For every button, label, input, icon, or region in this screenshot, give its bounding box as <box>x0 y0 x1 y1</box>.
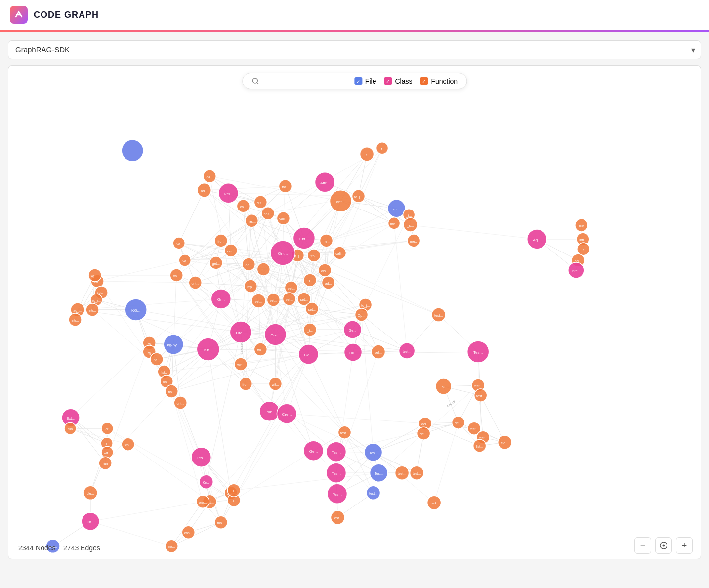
svg-text:Tes...: Tes... <box>332 471 341 476</box>
svg-text:Attr...: Attr... <box>320 181 330 185</box>
svg-text:me...: me... <box>390 222 398 226</box>
svg-text:ag_r...: ag_r... <box>91 299 101 303</box>
svg-text:list...: list... <box>476 445 483 448</box>
svg-text:Kn...: Kn... <box>203 481 209 484</box>
svg-text:run: run <box>267 410 273 414</box>
svg-line-342 <box>336 422 458 452</box>
svg-text:run: run <box>579 224 584 228</box>
svg-text:ad...: ad... <box>201 189 208 193</box>
svg-text:wit...: wit... <box>237 363 244 367</box>
svg-text:_r...: _r... <box>580 248 586 252</box>
svg-point-494 <box>122 140 143 162</box>
svg-text:_i...: _i... <box>231 489 237 493</box>
nodes-count: 2344 Nodes <box>18 544 56 552</box>
svg-line-332 <box>234 451 313 500</box>
svg-text:DEFINES: DEFINES <box>240 342 243 355</box>
svg-line-486 <box>105 349 208 463</box>
svg-text:cha...: cha... <box>184 531 193 535</box>
svg-line-191 <box>97 281 167 381</box>
svg-text:kg-py...: kg-py... <box>167 343 180 347</box>
svg-text:pro...: pro... <box>199 501 207 504</box>
svg-text:del...: del... <box>421 422 429 426</box>
svg-line-2 <box>257 83 258 84</box>
svg-line-485 <box>208 349 336 452</box>
svg-text:va...: va... <box>173 274 180 278</box>
svg-text:to_j...: to_j... <box>361 304 370 308</box>
svg-line-487 <box>208 349 231 493</box>
svg-text:Tes...: Tes... <box>369 451 377 455</box>
svg-line-445 <box>241 354 308 364</box>
svg-text:vali...: vali... <box>279 217 287 221</box>
svg-text:list...: list... <box>161 371 167 374</box>
svg-text:set...: set... <box>270 299 277 302</box>
filter-file[interactable]: ✓ File <box>354 77 376 85</box>
svg-text:ont...: ont... <box>191 282 199 285</box>
svg-text:Ent...: Ent... <box>299 237 309 241</box>
svg-text:intr...: intr... <box>89 309 96 312</box>
svg-text:ad...: ad... <box>206 175 213 179</box>
svg-line-358 <box>234 473 378 490</box>
svg-text:_va...: _va... <box>174 242 183 246</box>
svg-text:_i...: _i... <box>307 329 313 333</box>
zoom-reset-button[interactable] <box>655 537 672 554</box>
svg-text:mo...: mo... <box>217 521 225 525</box>
svg-text:fro...: fro... <box>242 383 249 386</box>
svg-text:run: run <box>68 427 73 431</box>
svg-text:me...: me... <box>323 240 331 243</box>
svg-text:ont...: ont... <box>176 402 184 405</box>
svg-text:wit...: wit... <box>271 383 279 386</box>
zoom-in-button[interactable]: + <box>676 537 693 554</box>
svg-line-323 <box>246 384 336 473</box>
svg-text:co...: co... <box>240 205 247 209</box>
svg-text:cali...: cali... <box>335 252 343 255</box>
svg-text:sav...: sav... <box>227 250 235 253</box>
class-label: Class <box>395 77 412 85</box>
svg-text:fro...: fro... <box>257 348 264 352</box>
filter-function[interactable]: ✓ Function <box>420 77 458 85</box>
graph-visualization[interactable]: _s..._r...ad...ad...Rel...fro...Attr...o… <box>8 66 701 559</box>
svg-text:_r...: _r... <box>379 147 385 151</box>
zoom-controls: − + <box>634 537 693 554</box>
svg-text:intr...: intr... <box>579 238 586 242</box>
filter-class[interactable]: ✓ Class <box>384 77 412 85</box>
svg-text:test...: test... <box>434 314 443 317</box>
svg-text:cle...: cle... <box>87 492 94 495</box>
repo-selector[interactable]: GraphRAG-SDK <box>8 40 701 59</box>
svg-text:Tes...: Tes... <box>375 472 383 475</box>
zoom-out-button[interactable]: − <box>634 537 651 554</box>
svg-text:test...: test... <box>413 472 421 475</box>
svg-line-461 <box>275 335 407 351</box>
svg-text:set...: set... <box>300 298 308 301</box>
svg-text:intr...: intr... <box>72 319 79 322</box>
svg-text:na...: na... <box>153 358 160 362</box>
svg-text:_i...: _i... <box>406 214 412 218</box>
svg-text:KG...: KG... <box>131 308 140 313</box>
svg-text:Oll...: Oll... <box>349 351 356 355</box>
svg-line-304 <box>362 315 407 351</box>
search-input[interactable] <box>267 77 346 85</box>
svg-text:ask: ask <box>431 502 437 505</box>
svg-text:Ch...: Ch... <box>87 520 94 524</box>
svg-text:test...: test... <box>398 472 406 475</box>
svg-text:sel...: sel... <box>375 351 382 354</box>
stats-bar: 2344 Nodes 2743 Edges <box>18 544 100 552</box>
svg-text:Gr...: Gr... <box>217 297 225 302</box>
svg-text:_i...: _i... <box>260 268 266 272</box>
svg-text:ad...: ad... <box>246 263 252 267</box>
search-icon <box>251 77 259 85</box>
svg-text:_i...: _i... <box>231 499 237 503</box>
svg-line-387 <box>70 428 128 444</box>
svg-text:fro...: fro... <box>217 240 224 243</box>
svg-text:Ont...: Ont... <box>278 252 288 256</box>
svg-text:Tes...: Tes... <box>473 350 483 355</box>
class-checkbox: ✓ <box>384 77 392 85</box>
svg-line-491 <box>171 275 176 391</box>
svg-text:wit...: wit... <box>103 451 111 455</box>
svg-text:_i...: _i... <box>307 279 313 283</box>
svg-text:imp...: imp... <box>247 285 255 289</box>
svg-text:run: run <box>103 462 108 465</box>
svg-text:test...: test... <box>334 516 342 520</box>
svg-text:Kn...: Kn... <box>204 348 212 352</box>
svg-point-754 <box>663 545 665 547</box>
svg-text:Tes...: Tes... <box>197 456 206 460</box>
